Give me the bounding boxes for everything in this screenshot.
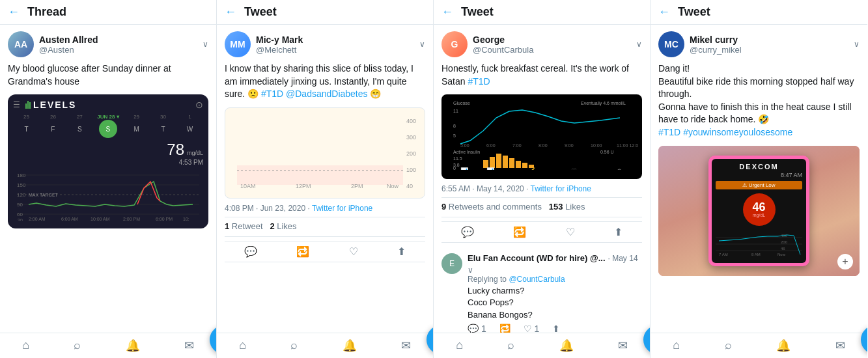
svg-text:10:: 10: xyxy=(183,217,189,221)
nav-bar: ⌂ ⌕ 🔔 ✉ xyxy=(434,333,650,358)
svg-text:10:00 AM: 10:00 AM xyxy=(91,217,110,221)
bell-icon[interactable]: 🔔 xyxy=(126,338,140,353)
tweet4-body: MC Mikel curry @curry_mikel ∨ Dang it! B… xyxy=(651,25,867,333)
user-row: MC Mikel curry @curry_mikel ∨ xyxy=(658,31,860,57)
chevron-down-icon[interactable]: ∨ xyxy=(468,266,473,275)
svg-text:5:00: 5:00 xyxy=(460,143,469,148)
svg-text:400: 400 xyxy=(406,118,416,124)
reply-to-link[interactable]: @CountCarbula xyxy=(509,275,565,284)
search-icon[interactable]: ⌕ xyxy=(725,338,732,353)
user-name: Mic-y Mark xyxy=(256,34,419,45)
svg-text:⊕: ⊕ xyxy=(617,167,622,170)
hashtag-t1d[interactable]: #T1D xyxy=(468,76,490,87)
reply-date: · May 14 xyxy=(608,254,638,263)
thread-title: Thread xyxy=(27,5,66,19)
thread-header: ← Thread xyxy=(0,0,216,25)
reply-share-icon[interactable]: ⬆ xyxy=(552,324,560,333)
back-button[interactable]: ← xyxy=(8,5,20,19)
twitter-source-link[interactable]: Twitter for iPhone xyxy=(531,184,591,193)
user-row: MM Mic-y Mark @Melchett ∨ xyxy=(225,31,425,57)
user-info: George @CountCarbula xyxy=(473,34,636,55)
svg-text:Glucose: Glucose xyxy=(453,101,470,105)
hashtag-t1d[interactable]: #T1D xyxy=(658,127,680,137)
retweet-icon[interactable]: 🔁 xyxy=(513,226,526,238)
user-row: AA Austen Allred @Austen ∨ xyxy=(8,31,208,57)
bell-icon[interactable]: 🔔 xyxy=(776,338,791,353)
user-handle: @Melchett xyxy=(256,45,419,55)
tweet-stats: 1 Retweet 2 Likes xyxy=(225,221,425,231)
chevron-down-icon[interactable]: ∨ xyxy=(203,40,208,49)
svg-text:5: 5 xyxy=(453,133,456,138)
svg-text:Active Insulin: Active Insulin xyxy=(453,150,480,154)
reply-actions: 💬 1 🔁 ♡ 1 ⬆ xyxy=(468,324,642,333)
reply-icon[interactable]: 💬 xyxy=(244,245,257,258)
cgm-chart: Glucose Eventually 4.6 mmol/L 11 8 5 5:0… xyxy=(445,98,638,170)
bell-icon[interactable]: 🔔 xyxy=(559,338,574,353)
home-icon[interactable]: ⌂ xyxy=(22,338,29,353)
svg-text:46: 46 xyxy=(781,247,785,251)
mail-icon[interactable]: ✉ xyxy=(401,338,411,353)
svg-text:180: 180 xyxy=(17,172,26,178)
avatar[interactable]: AA xyxy=(8,31,34,57)
twitter-source-link[interactable]: Twitter for iPhone xyxy=(312,204,372,213)
back-button[interactable]: ← xyxy=(225,5,236,19)
svg-text:100: 100 xyxy=(406,167,416,173)
home-icon[interactable]: ⌂ xyxy=(456,338,463,353)
avatar[interactable]: G xyxy=(441,31,468,57)
hashtag-youwinsomeyoulosesome[interactable]: #youwinsomeyoulosesome xyxy=(683,127,792,137)
reply-avatar[interactable]: E xyxy=(441,253,462,274)
home-icon[interactable]: ⌂ xyxy=(239,338,246,353)
mail-icon[interactable]: ✉ xyxy=(835,338,845,353)
svg-text:6:00: 6:00 xyxy=(486,143,496,148)
tweet-stats: 9 Retweets and comments 153 Likes xyxy=(441,202,642,212)
glucose-chart: Glucose Eventually 4.6 mmol/L 11 8 5 5:0… xyxy=(441,94,642,179)
chevron-down-icon[interactable]: ∨ xyxy=(854,40,860,49)
back-button[interactable]: ← xyxy=(658,5,670,19)
home-icon[interactable]: ⌂ xyxy=(673,338,680,353)
reply-row: E Elu Fan Account (WD for hire) @... · M… xyxy=(441,253,642,333)
mini-chart: 400 200 46 7 AM 8 AM Now xyxy=(716,231,802,257)
reply-like-icon[interactable]: ♡ 1 xyxy=(524,324,540,333)
day-1: 1 W xyxy=(180,114,199,138)
svg-text:8: 8 xyxy=(453,124,456,128)
mail-icon[interactable]: ✉ xyxy=(184,338,194,353)
svg-text:11: 11 xyxy=(453,109,458,113)
share-icon[interactable]: ⬆ xyxy=(397,245,406,258)
glucose-reading: 78 mg/dL xyxy=(13,141,203,159)
add-icon[interactable]: + xyxy=(837,254,853,269)
search-icon[interactable]: ⌕ xyxy=(507,338,514,353)
chevron-down-icon[interactable]: ∨ xyxy=(419,40,425,49)
search-icon[interactable]: ⌕ xyxy=(290,338,298,353)
svg-text:♡: ♡ xyxy=(571,167,577,170)
tweet4-title: Tweet xyxy=(678,5,710,19)
svg-text:Eventually 4.6 mmol/L: Eventually 4.6 mmol/L xyxy=(581,101,626,106)
reply-header: Elu Fan Account (WD for hire) @... · May… xyxy=(468,253,642,275)
back-button[interactable]: ← xyxy=(441,5,453,19)
chevron-down-icon[interactable]: ∨ xyxy=(636,40,642,49)
hashtag-t1d[interactable]: #T1D xyxy=(261,89,283,99)
svg-text:30: 30 xyxy=(18,218,23,221)
svg-text:8 AM: 8 AM xyxy=(751,253,761,256)
reply-icon[interactable]: 💬 xyxy=(461,226,474,238)
svg-text:10:00: 10:00 xyxy=(591,143,602,148)
settings-icon[interactable]: ⊙ xyxy=(195,100,203,110)
avatar[interactable]: MC xyxy=(658,31,684,57)
like-icon[interactable]: ♡ xyxy=(349,245,358,258)
tweet-text: Honestly, fuck breakfast cereal. It's th… xyxy=(441,62,642,88)
like-icon[interactable]: ♡ xyxy=(566,226,575,238)
search-icon[interactable]: ⌕ xyxy=(74,338,81,353)
reply-retweet-icon[interactable]: 🔁 xyxy=(499,324,511,333)
retweet-icon[interactable]: 🔁 xyxy=(296,245,309,258)
svg-text:0: 0 xyxy=(453,166,456,170)
mention-dads[interactable]: @DadsandDiabetes xyxy=(286,89,368,99)
panel-tweet-2: ← Tweet MM Mic-y Mark @Melchett ∨ I know… xyxy=(217,0,434,358)
reply-reply-icon[interactable]: 💬 1 xyxy=(468,324,486,333)
svg-text:6:00 PM: 6:00 PM xyxy=(156,217,173,221)
levels-header: ☰ LEVELS ⊙ xyxy=(13,100,203,110)
svg-text:200: 200 xyxy=(781,240,788,244)
avatar[interactable]: MM xyxy=(225,31,251,57)
share-icon[interactable]: ⬆ xyxy=(614,226,623,238)
day-30: 30 T xyxy=(154,114,173,138)
mail-icon[interactable]: ✉ xyxy=(618,338,628,353)
bell-icon[interactable]: 🔔 xyxy=(343,338,357,353)
